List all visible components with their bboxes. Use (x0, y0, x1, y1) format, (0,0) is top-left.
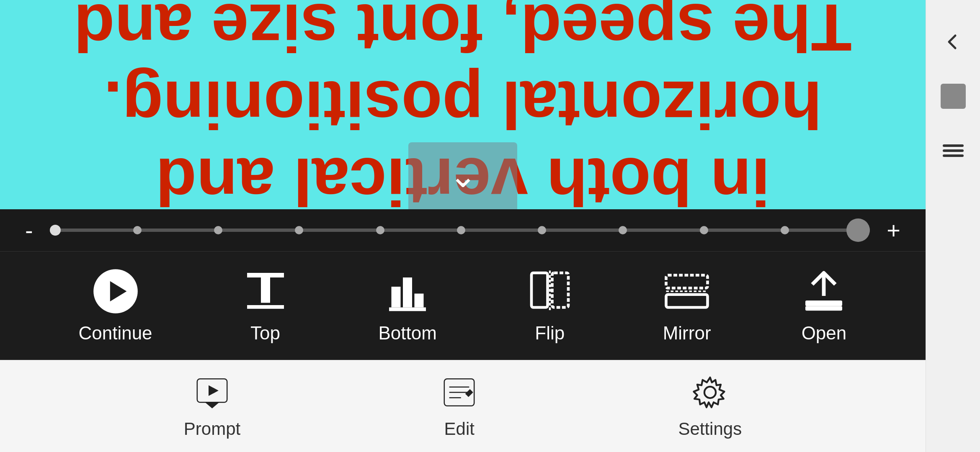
scrubber-track[interactable] (50, 229, 870, 232)
prompt-nav-item[interactable]: Prompt (184, 374, 240, 439)
menu-button[interactable] (936, 134, 970, 167)
svg-rect-15 (805, 300, 842, 306)
svg-rect-12 (666, 275, 708, 288)
scrubber-dot (538, 226, 546, 234)
settings-nav-label: Settings (678, 419, 742, 439)
controls-toolbar: Continue Top (0, 251, 926, 360)
scrubber-handle[interactable] (846, 218, 870, 242)
teleprompter-display: in both vertical and horizontal position… (0, 0, 926, 209)
scrubber-bar: - + (0, 209, 926, 251)
edit-nav-item[interactable]: Edit (441, 374, 478, 439)
scrubber-dot (700, 226, 708, 234)
svg-rect-3 (261, 277, 270, 303)
prompt-nav-label: Prompt (184, 419, 240, 439)
mirror-label: Mirror (663, 323, 711, 344)
svg-point-24 (704, 387, 716, 398)
flip-label: Flip (535, 323, 565, 344)
scroll-overlay[interactable]: ⌄ (408, 142, 517, 209)
flip-icon (527, 268, 573, 314)
bottom-label: Bottom (378, 323, 436, 344)
top-icon (242, 268, 289, 314)
svg-rect-6 (392, 287, 401, 308)
edit-nav-label: Edit (444, 419, 475, 439)
chevron-down-icon: ⌄ (449, 159, 477, 193)
svg-rect-8 (415, 293, 424, 307)
scrubber-dot (214, 226, 222, 234)
continue-button[interactable]: Continue (78, 268, 152, 344)
svg-marker-18 (205, 402, 219, 408)
open-button[interactable]: Open (801, 268, 847, 344)
svg-rect-9 (531, 273, 548, 308)
svg-rect-10 (552, 273, 568, 308)
top-label: Top (250, 323, 280, 344)
svg-rect-7 (403, 277, 412, 308)
scrubber-dot (295, 226, 303, 234)
open-icon (801, 268, 847, 314)
thumbnail-preview[interactable] (941, 84, 966, 109)
scrubber-dot (376, 226, 384, 234)
scrubber-minus-button[interactable]: - (25, 217, 33, 244)
scrubber-dot (50, 225, 61, 236)
svg-rect-5 (389, 307, 426, 311)
collapse-sidebar-button[interactable] (936, 25, 970, 59)
top-button[interactable]: Top (242, 268, 289, 344)
svg-rect-2 (247, 273, 284, 277)
mirror-icon (664, 268, 710, 314)
scrubber-dot (457, 226, 465, 234)
mirror-button[interactable]: Mirror (663, 268, 711, 344)
continue-label: Continue (78, 323, 152, 344)
scrubber-dot (619, 226, 627, 234)
settings-icon (691, 374, 729, 411)
scrubber-plus-button[interactable]: + (887, 217, 900, 244)
edit-icon (441, 374, 478, 411)
svg-rect-16 (805, 306, 842, 311)
settings-nav-item[interactable]: Settings (678, 374, 742, 439)
play-icon (93, 268, 139, 314)
svg-rect-13 (666, 294, 708, 307)
bottom-button[interactable]: Bottom (378, 268, 436, 344)
scrubber-dot (133, 226, 142, 234)
svg-marker-19 (209, 385, 219, 396)
right-sidebar (926, 0, 980, 452)
bottom-icon (384, 268, 431, 314)
svg-rect-4 (247, 305, 284, 309)
scrubber-dot (781, 226, 789, 234)
bottom-nav: Prompt Edit (0, 360, 926, 452)
open-label: Open (802, 323, 847, 344)
flip-button[interactable]: Flip (527, 268, 573, 344)
prompt-icon (193, 374, 231, 411)
